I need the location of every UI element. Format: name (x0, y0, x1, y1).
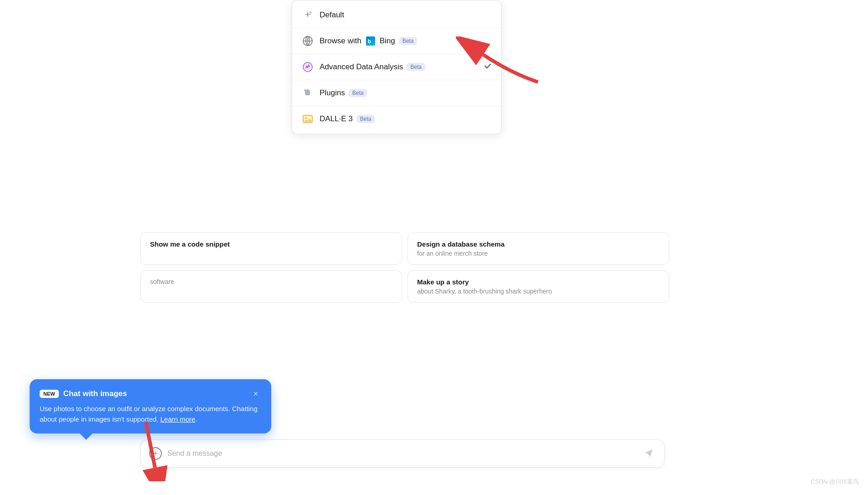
suggestion-title-2: Design a database schema (417, 240, 660, 248)
puzzle-icon (301, 87, 314, 99)
data-analysis-icon (301, 61, 314, 73)
tooltip-body: Use photos to choose an outfit or analyz… (40, 404, 261, 424)
tooltip-new-badge: NEW (40, 390, 59, 398)
tooltip-body-text: Use photos to choose an outfit or analyz… (40, 405, 258, 423)
menu-item-advanced-label: Advanced Data Analysis Beta (320, 62, 425, 72)
menu-item-plugins[interactable]: Plugins Beta (292, 80, 501, 106)
tooltip-title: Chat with images (63, 389, 250, 398)
menu-item-dalle-label: DALL·E 3 Beta (320, 114, 375, 124)
suggestion-card-1[interactable]: Show me a code snippet (140, 232, 402, 265)
suggestion-title-1: Show me a code snippet (150, 240, 393, 248)
dalle-text: DALL·E 3 (320, 114, 353, 124)
tooltip-header: NEW Chat with images × (40, 388, 261, 399)
plugins-beta-badge: Beta (349, 89, 367, 97)
watermark: CSDN @川川菜鸟 (811, 478, 859, 486)
tooltip-popup: NEW Chat with images × Use photos to cho… (30, 379, 271, 433)
menu-item-default[interactable]: Default (292, 2, 501, 28)
suggestion-subtitle-3: software (150, 278, 393, 285)
plugins-text: Plugins (320, 88, 345, 98)
tooltip-close-button[interactable]: × (250, 388, 261, 399)
dalle-beta-badge: Beta (356, 115, 375, 123)
tooltip-learn-more-link[interactable]: Learn more (160, 415, 196, 423)
browse-with-text: Browse with (320, 36, 362, 46)
tooltip-link-suffix: . (195, 415, 197, 423)
message-input[interactable]: Send a message (167, 449, 641, 458)
suggestion-cards: Show me a code snippet Design a database… (140, 232, 678, 303)
suggestion-subtitle-2: for an online merch store (417, 250, 660, 257)
suggestion-card-3[interactable]: software (140, 270, 402, 303)
menu-item-plugins-label: Plugins Beta (320, 88, 367, 98)
bing-logo-icon: b (366, 36, 375, 46)
bing-text: Bing (380, 36, 395, 46)
checkmark-icon (484, 62, 492, 72)
suggestion-card-2[interactable]: Design a database schema for an online m… (408, 232, 669, 265)
add-attachment-button[interactable]: + (149, 447, 162, 460)
svg-text:b: b (367, 38, 371, 45)
menu-item-advanced-data[interactable]: Advanced Data Analysis Beta (292, 54, 501, 80)
advanced-data-text: Advanced Data Analysis (320, 62, 403, 72)
menu-item-dalle3[interactable]: DALL·E 3 Beta (292, 106, 501, 132)
dropdown-panel: Default Browse with (292, 0, 501, 134)
sparkle-icon (301, 9, 314, 21)
send-button[interactable] (641, 446, 656, 461)
menu-item-browse-bing[interactable]: Browse with b Bing Beta (292, 28, 501, 54)
suggestion-card-4[interactable]: Make up a story about Sharky, a tooth-br… (408, 270, 669, 303)
menu-item-default-label: Default (320, 10, 344, 20)
suggestion-title-4: Make up a story (417, 278, 660, 286)
globe-icon (301, 35, 314, 47)
bing-beta-badge: Beta (399, 37, 418, 45)
chat-input-bar: + Send a message (140, 439, 665, 468)
advanced-beta-badge: Beta (407, 63, 425, 71)
menu-item-browse-label: Browse with b Bing Beta (320, 36, 417, 46)
svg-point-9 (305, 117, 307, 119)
image-gen-icon (301, 113, 314, 125)
suggestion-subtitle-4: about Sharky, a tooth-brushing shark sup… (417, 288, 660, 295)
